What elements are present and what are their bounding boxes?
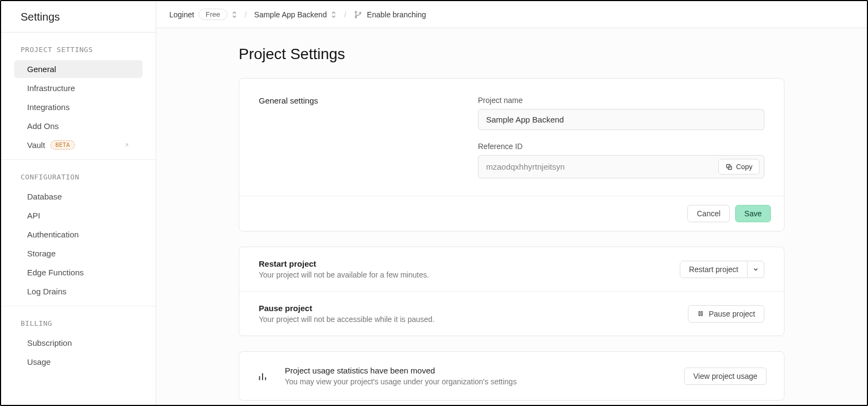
reference-id-value: mzaodqxhhyrtnjeitsyn <box>486 162 718 171</box>
sidebar-item-label: Log Drains <box>27 287 67 296</box>
svg-rect-6 <box>701 312 703 316</box>
section-heading: PROJECT SETTINGS <box>8 46 149 60</box>
usage-info-title: Project usage statistics have been moved <box>285 366 516 375</box>
copy-button[interactable]: Copy <box>718 159 760 175</box>
sidebar-item-label: Integrations <box>27 102 69 112</box>
copy-icon <box>725 163 733 171</box>
sidebar-item-label: General <box>27 65 56 74</box>
sidebar-section: BILLINGSubscriptionUsage <box>1 306 156 376</box>
chevron-down-icon <box>753 267 758 272</box>
usage-info-card: Project usage statistics have been moved… <box>239 351 784 401</box>
enable-branching-button[interactable]: Enable branching <box>354 10 426 19</box>
pause-button[interactable]: Pause project <box>688 305 764 323</box>
sidebar-item-vault[interactable]: VaultBETA <box>14 136 143 154</box>
sidebar-item-database[interactable]: Database <box>14 188 143 205</box>
sidebar-item-api[interactable]: API <box>14 207 143 224</box>
svg-point-0 <box>355 11 357 13</box>
pause-desc: Your project will not be accessible whil… <box>259 315 435 324</box>
sidebar-item-log-drains[interactable]: Log Drains <box>14 282 143 300</box>
section-heading: BILLING <box>8 319 149 334</box>
usage-info-desc: You may view your project's usage under … <box>285 377 516 386</box>
sidebar-item-label: Infrastructure <box>27 83 75 93</box>
sidebar-item-authentication[interactable]: Authentication <box>14 225 143 243</box>
page-title: Project Settings <box>239 46 784 63</box>
pause-row: Pause project Your project will not be a… <box>239 291 784 336</box>
sidebar-item-label: Edge Functions <box>27 268 84 277</box>
sidebar-header: Settings <box>1 1 156 33</box>
content-scroll[interactable]: Project Settings General settings Projec… <box>156 28 867 405</box>
bar-chart-icon <box>257 370 269 382</box>
breadcrumb: Loginet Free / Sample App Backend / <box>156 1 867 28</box>
plan-badge: Free <box>199 9 227 20</box>
sidebar-item-edge-functions[interactable]: Edge Functions <box>14 263 143 281</box>
restart-title: Restart project <box>259 259 429 268</box>
git-branch-icon <box>354 10 362 19</box>
sidebar-item-subscription[interactable]: Subscription <box>14 334 143 352</box>
restart-desc: Your project will not be available for a… <box>259 270 429 279</box>
breadcrumb-divider: / <box>245 10 247 19</box>
section-heading: CONFIGURATION <box>8 173 149 188</box>
sidebar-item-label: Vault <box>27 140 45 150</box>
sidebar-item-general[interactable]: General <box>14 60 143 78</box>
chevron-updown-icon <box>232 11 237 18</box>
svg-point-2 <box>360 12 361 14</box>
project-name-input[interactable] <box>478 109 764 130</box>
svg-rect-5 <box>699 312 700 316</box>
main: Loginet Free / Sample App Backend / <box>156 1 867 405</box>
sidebar-item-infrastructure[interactable]: Infrastructure <box>14 79 143 97</box>
enable-branching-label: Enable branching <box>367 10 426 19</box>
project-name: Sample App Backend <box>254 10 327 19</box>
sidebar-item-storage[interactable]: Storage <box>14 244 143 262</box>
sidebar-item-label: Subscription <box>27 338 72 347</box>
pause-icon <box>697 310 704 317</box>
sidebar-section: PROJECT SETTINGSGeneralInfrastructureInt… <box>1 33 156 160</box>
pause-button-label: Pause project <box>709 310 755 318</box>
project-name-label: Project name <box>478 96 764 105</box>
org-name: Loginet <box>169 10 194 19</box>
sidebar-item-usage[interactable]: Usage <box>14 353 143 371</box>
restart-button-group: Restart project <box>680 261 764 278</box>
project-power-card: Restart project Your project will not be… <box>239 247 784 336</box>
sidebar-item-label: Storage <box>27 249 56 258</box>
sidebar-item-label: Usage <box>27 357 50 366</box>
svg-point-1 <box>355 16 357 18</box>
sidebar-item-integrations[interactable]: Integrations <box>14 98 143 116</box>
app-root: Settings PROJECT SETTINGSGeneralInfrastr… <box>0 0 868 406</box>
reference-id-label: Reference ID <box>478 142 764 151</box>
sidebar: Settings PROJECT SETTINGSGeneralInfrastr… <box>1 1 156 405</box>
beta-badge: BETA <box>50 140 75 150</box>
external-link-icon <box>123 142 130 149</box>
view-project-usage-button[interactable]: View project usage <box>684 368 767 385</box>
sidebar-title: Settings <box>21 11 136 23</box>
sidebar-section: CONFIGURATIONDatabaseAPIAuthenticationSt… <box>1 160 156 306</box>
sidebar-item-label: Authentication <box>27 230 79 239</box>
restart-button[interactable]: Restart project <box>680 261 748 278</box>
org-selector[interactable]: Loginet Free <box>169 9 237 20</box>
sidebar-item-label: Database <box>27 192 62 201</box>
chevron-updown-icon <box>331 11 336 18</box>
breadcrumb-divider: / <box>344 10 346 19</box>
sidebar-item-add-ons[interactable]: Add Ons <box>14 117 143 135</box>
sidebar-item-label: API <box>27 211 40 220</box>
copy-label: Copy <box>736 163 752 171</box>
reference-id-field: mzaodqxhhyrtnjeitsyn Copy <box>478 155 764 178</box>
general-settings-card: General settings Project name Reference … <box>239 78 784 231</box>
content-inner: Project Settings General settings Projec… <box>239 46 784 401</box>
card-footer: Cancel Save <box>239 196 784 231</box>
restart-row: Restart project Your project will not be… <box>239 247 784 291</box>
project-selector[interactable]: Sample App Backend <box>254 10 337 19</box>
cancel-button[interactable]: Cancel <box>687 205 730 222</box>
sidebar-item-label: Add Ons <box>27 121 59 131</box>
general-settings-heading: General settings <box>259 96 465 178</box>
save-button[interactable]: Save <box>735 205 771 222</box>
pause-title: Pause project <box>259 304 435 313</box>
restart-dropdown-button[interactable] <box>748 261 764 278</box>
